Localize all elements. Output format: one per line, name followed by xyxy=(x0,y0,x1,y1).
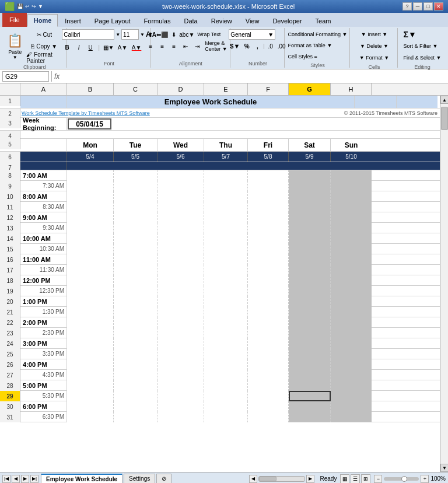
cell-r26-c2[interactable] xyxy=(67,359,114,370)
cell-r14-c3[interactable] xyxy=(114,233,158,244)
cell-sat-20[interactable] xyxy=(289,296,331,307)
cell-sat-25[interactable] xyxy=(289,349,331,359)
scroll-down-btn[interactable]: ▼ xyxy=(440,464,448,472)
cell-a1[interactable] xyxy=(20,96,67,108)
cell-r11-c3[interactable] xyxy=(114,202,158,212)
cell-r17-c4[interactable] xyxy=(158,265,204,275)
cell-sat-11[interactable] xyxy=(289,202,331,212)
cell-r8-c2[interactable] xyxy=(67,170,114,181)
cell-sun-16[interactable] xyxy=(331,254,372,265)
cell-r27-c6[interactable] xyxy=(248,370,289,380)
font-name-dropdown[interactable]: ▼ xyxy=(116,32,120,37)
sheet-tab-add[interactable]: ⊘ xyxy=(156,474,172,483)
cell-r25-c4[interactable] xyxy=(158,349,204,359)
cell-r13-c4[interactable] xyxy=(158,223,204,233)
cell-sat-23[interactable] xyxy=(289,328,331,338)
cell-r22-c3[interactable] xyxy=(114,317,158,328)
cell-r14-c4[interactable] xyxy=(158,233,204,244)
cell-r21-c2[interactable] xyxy=(67,307,114,317)
cell-r23-c5[interactable] xyxy=(204,328,248,338)
increase-indent-btn[interactable]: ⇥ xyxy=(192,41,202,51)
cell-sun-31[interactable] xyxy=(331,412,372,422)
col-header-h[interactable]: H xyxy=(331,83,372,95)
col-header-e[interactable]: E xyxy=(204,83,248,95)
dropdown-quick-btn[interactable]: ▼ xyxy=(38,4,43,9)
conditional-formatting-btn[interactable]: Conditional Formatting ▼ xyxy=(286,29,350,39)
close-btn[interactable]: ✕ xyxy=(434,2,443,10)
cell-r25-c3[interactable] xyxy=(114,349,158,359)
cell-r18-c2[interactable] xyxy=(67,275,114,286)
cell-r30-c4[interactable] xyxy=(158,401,204,412)
cell-r31-c3[interactable] xyxy=(114,412,158,422)
percent-btn[interactable]: % xyxy=(242,41,251,51)
cell-r10-c3[interactable] xyxy=(114,191,158,202)
col-header-d[interactable]: D xyxy=(158,83,204,95)
col-header-f[interactable]: F xyxy=(248,83,289,95)
tab-developer[interactable]: Developer xyxy=(266,14,308,27)
cell-sun-26[interactable] xyxy=(331,359,372,370)
hscroll-thumb[interactable] xyxy=(259,477,276,481)
format-btn[interactable]: ▼ Format ▼ xyxy=(354,52,394,63)
page-break-btn[interactable]: ⊞ xyxy=(361,474,370,484)
cell-r19-c4[interactable] xyxy=(158,286,204,296)
name-box[interactable] xyxy=(2,71,49,82)
cell-r9-c6[interactable] xyxy=(248,181,289,191)
align-middle-btn[interactable]: ⬅⬛ xyxy=(157,29,167,40)
cell-r17-c5[interactable] xyxy=(204,265,248,275)
hscroll-left-btn[interactable]: ◀ xyxy=(249,475,257,483)
zoom-slider[interactable] xyxy=(384,477,419,481)
copy-button[interactable]: ⎘ Copy ▼ xyxy=(25,41,63,51)
cell-r12-c2[interactable] xyxy=(67,212,114,223)
hscroll-right-btn[interactable]: ▶ xyxy=(306,475,314,483)
tab-data[interactable]: Data xyxy=(177,14,204,27)
cell-r27-c5[interactable] xyxy=(204,370,248,380)
cell-r27-c4[interactable] xyxy=(158,370,204,380)
cell-sat-24[interactable] xyxy=(289,338,331,349)
maximize-btn[interactable]: □ xyxy=(424,2,433,10)
tab-review[interactable]: Review xyxy=(205,14,239,27)
cell-r13-c5[interactable] xyxy=(204,223,248,233)
comma-btn[interactable]: , xyxy=(253,41,262,51)
cell-sat-31[interactable] xyxy=(289,412,331,422)
tab-insert[interactable]: Insert xyxy=(58,14,88,27)
cell-r27-c3[interactable] xyxy=(114,370,158,380)
accounting-btn[interactable]: $▼ xyxy=(229,41,241,51)
cell-r28-c6[interactable] xyxy=(248,380,289,391)
cell-r20-c4[interactable] xyxy=(158,296,204,307)
cell-r18-c4[interactable] xyxy=(158,275,204,286)
cell-sun-25[interactable] xyxy=(331,349,372,359)
cell-r20-c2[interactable] xyxy=(67,296,114,307)
cell-r9-c3[interactable] xyxy=(114,181,158,191)
cell-r8-c3[interactable] xyxy=(114,170,158,181)
cell-sat-18[interactable] xyxy=(289,275,331,286)
cell-r21-c4[interactable] xyxy=(158,307,204,317)
cell-r28-c3[interactable] xyxy=(114,380,158,391)
cell-r24-c4[interactable] xyxy=(158,338,204,349)
cell-r12-c3[interactable] xyxy=(114,212,158,223)
formula-input[interactable] xyxy=(62,71,446,82)
cell-r15-c3[interactable] xyxy=(114,244,158,254)
cell-sun-12[interactable] xyxy=(331,212,372,223)
cell-r30-c6[interactable] xyxy=(248,401,289,412)
cell-r29-c6[interactable] xyxy=(248,391,289,401)
cell-r9-c4[interactable] xyxy=(158,181,204,191)
cell-r23-c4[interactable] xyxy=(158,328,204,338)
wrap-text-btn[interactable]: Wrap Text xyxy=(194,29,223,40)
cell-r22-c6[interactable] xyxy=(248,317,289,328)
decrease-indent-btn[interactable]: ⇤ xyxy=(180,41,191,51)
cell-sun-15[interactable] xyxy=(331,244,372,254)
orientation-btn[interactable]: abc▼ xyxy=(180,29,193,40)
cell-r15-c5[interactable] xyxy=(204,244,248,254)
cell-r21-c6[interactable] xyxy=(248,307,289,317)
zoom-thumb[interactable] xyxy=(401,476,407,482)
cell-r8-c4[interactable] xyxy=(158,170,204,181)
cell-r29-c2[interactable] xyxy=(67,391,114,401)
cell-sun-19[interactable] xyxy=(331,286,372,296)
cell-r24-c6[interactable] xyxy=(248,338,289,349)
cell-sun-24[interactable] xyxy=(331,338,372,349)
tab-home[interactable]: Home xyxy=(27,14,58,27)
cell-r18-c5[interactable] xyxy=(204,275,248,286)
cell-r12-c4[interactable] xyxy=(158,212,204,223)
sheet-tab-employee[interactable]: Employee Work Schedule xyxy=(41,474,123,483)
cell-r20-c3[interactable] xyxy=(114,296,158,307)
